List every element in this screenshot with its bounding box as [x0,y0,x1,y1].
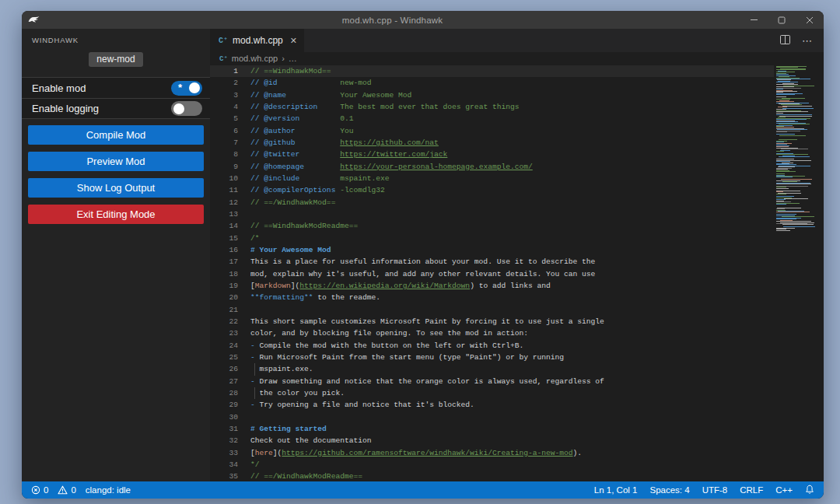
show-log-output-button[interactable]: Show Log Output [28,178,204,198]
code-line[interactable]: 12// ==/WindhawkMod== [210,197,774,208]
problems-errors[interactable]: 0 [31,485,48,495]
status-bar: 0 0 clangd: idle Ln 1, Col 1 Spaces: 4 U… [22,481,824,499]
code-line[interactable]: 2// @id new-mod [210,77,774,89]
code-line[interactable]: 26 mspaint.exe. [210,363,774,375]
code-line[interactable]: 18mod, explain why it's useful, and add … [210,268,774,280]
code-line[interactable]: 22This short sample customizes Microsoft… [210,316,774,327]
code-line[interactable]: 29- Try opening a file and notice that i… [210,399,774,411]
code-line[interactable]: 28 the color you pick. [210,387,774,399]
code-line[interactable]: 17This is a place for useful information… [210,256,774,268]
minimap[interactable] [774,65,824,481]
windhawk-editor-window: mod.wh.cpp - Windhawk WINDHAWK new-mod E… [22,11,824,499]
notifications-bell-icon[interactable] [805,485,814,496]
code-line[interactable]: 20**formatting** to the readme. [210,292,774,303]
tab-close-icon[interactable]: ✕ [290,36,297,46]
code-line[interactable]: 35// ==/WindhawkModReadme== [210,471,774,481]
titlebar: mod.wh.cpp - Windhawk [22,11,824,29]
code-line[interactable]: 13 [210,208,774,220]
code-line[interactable]: 5// @version 0.1 [210,113,774,124]
breadcrumb-file[interactable]: mod.wh.cpp [232,54,278,63]
enable-mod-row[interactable]: Enable mod * [22,78,210,98]
sidebar: WINDHAWK new-mod Enable mod * Enable log… [22,29,210,481]
warning-icon [58,485,68,495]
split-editor-icon[interactable] [780,33,790,47]
code-line[interactable]: 10// @include mspaint.exe [210,173,774,184]
modified-asterisk: * [178,83,182,93]
code-line[interactable]: 27- Draw something and notice that the o… [210,376,774,387]
enable-mod-label: Enable mod [32,82,171,94]
maximize-button[interactable] [768,11,796,29]
clangd-status[interactable]: clangd: idle [86,485,131,495]
code-line[interactable]: 1// ==WindhawkMod== [210,65,774,77]
language-mode[interactable]: C++ [775,485,793,495]
code-line[interactable]: 24- Compile the mod with the button on t… [210,340,774,352]
code-line[interactable]: 4// @description The best mod ever that … [210,101,774,113]
tab-mod-wh-cpp[interactable]: C⁺ mod.wh.cpp ✕ [210,29,304,52]
breadcrumb[interactable]: C⁺ mod.wh.cpp › … [210,52,824,65]
tab-label: mod.wh.cpp [233,35,283,46]
code-line[interactable]: 32Check out the documentation [210,435,774,446]
code-line[interactable]: 34*/ [210,459,774,471]
preview-mod-button[interactable]: Preview Mod [28,152,204,171]
enable-logging-toggle[interactable]: * [171,101,202,116]
minimize-button[interactable] [740,11,768,29]
code-editor[interactable]: 1// ==WindhawkMod==2// @id new-mod3// @n… [210,65,774,481]
compile-mod-button[interactable]: Compile Mod [28,125,204,145]
enable-logging-label: Enable logging [32,103,171,114]
eol-sequence[interactable]: CRLF [740,485,763,495]
mod-id-badge: new-mod [89,52,142,67]
breadcrumb-chevron-icon: › [282,54,285,63]
encoding[interactable]: UTF-8 [702,485,728,495]
close-button[interactable] [796,11,824,29]
cpp-file-icon: C⁺ [219,54,228,63]
code-line[interactable]: 21 [210,304,774,316]
code-line[interactable]: 25- Run Microsoft Paint from the start m… [210,352,774,363]
code-line[interactable]: 31# Getting started [210,423,774,435]
toggle-group: Enable mod * Enable logging * [22,77,210,119]
code-line[interactable]: 7// @github https://github.com/nat [210,137,774,149]
code-line[interactable]: 9// @homepage https://your-personal-home… [210,161,774,173]
breadcrumb-more[interactable]: … [289,54,297,63]
code-line[interactable]: 6// @author You [210,125,774,137]
indentation[interactable]: Spaces: 4 [649,485,689,495]
sidebar-heading: WINDHAWK [22,29,210,44]
editor-pane: C⁺ mod.wh.cpp ✕ ⋯ C⁺ mod.wh.cpp › … 1// [210,29,824,481]
code-line[interactable]: 8// @twitter https://twitter.com/jack [210,149,774,160]
enable-mod-toggle[interactable]: * [171,81,202,96]
cursor-position[interactable]: Ln 1, Col 1 [594,485,638,495]
tab-bar: C⁺ mod.wh.cpp ✕ ⋯ [210,29,824,52]
code-line[interactable]: 14// ==WindhawkModReadme== [210,220,774,232]
code-line[interactable]: 16# Your Awesome Mod [210,244,774,256]
code-line[interactable]: 3// @name Your Awesome Mod [210,89,774,101]
window-title: mod.wh.cpp - Windhawk [45,16,740,25]
code-line[interactable]: 15/* [210,233,774,244]
code-line[interactable]: 19[Markdown](https://en.wikipedia.org/wi… [210,280,774,292]
problems-warnings[interactable]: 0 [58,485,75,495]
code-line[interactable]: 23color, and by blocking file opening. T… [210,327,774,339]
cpp-file-icon: C⁺ [219,36,228,45]
code-line[interactable]: 11// @compilerOptions -lcomdlg32 [210,184,774,196]
enable-logging-row[interactable]: Enable logging * [22,98,210,118]
code-line[interactable]: 33[here](https://github.com/ramensoftwar… [210,447,774,459]
code-line[interactable]: 30 [210,411,774,423]
exit-editing-mode-button[interactable]: Exit Editing Mode [28,205,204,224]
more-actions-icon[interactable]: ⋯ [802,35,813,47]
error-icon [31,485,40,495]
windhawk-logo-icon [22,16,45,24]
